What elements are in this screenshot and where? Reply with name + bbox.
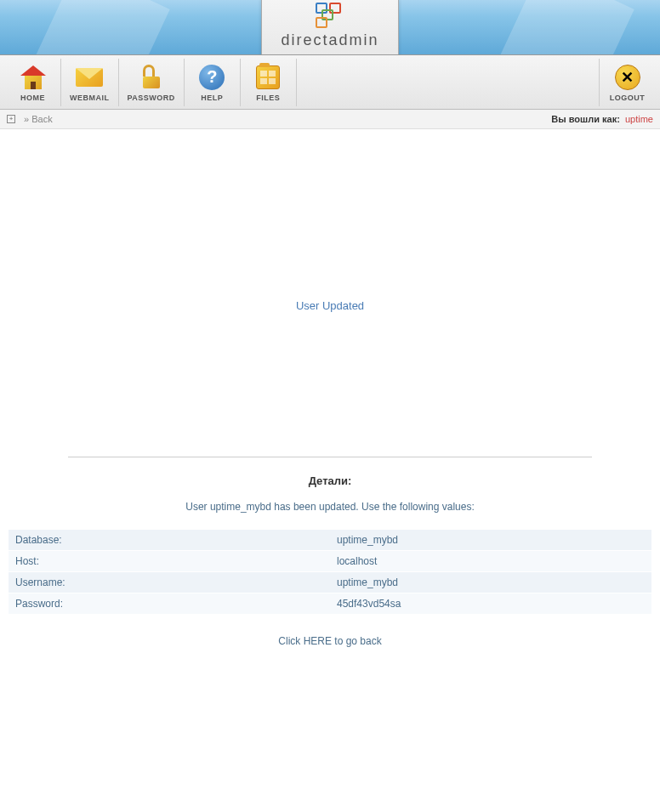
password-label: PASSWORD xyxy=(128,94,175,102)
row-value: uptime_mybd xyxy=(330,530,651,551)
goback-prefix: Click xyxy=(278,635,303,647)
logout-icon: ✕ xyxy=(613,63,642,92)
logo[interactable]: directadmin xyxy=(261,0,398,55)
files-button[interactable]: FILES xyxy=(241,59,297,106)
logo-icon xyxy=(316,3,344,28)
row-label: Database: xyxy=(9,530,330,551)
webmail-label: WEBMAIL xyxy=(70,94,110,102)
row-value: uptime_mybd xyxy=(330,572,651,593)
here-link[interactable]: HERE xyxy=(304,635,332,647)
row-value: localhost xyxy=(330,551,651,572)
details-title: Детали: xyxy=(9,474,651,487)
details-table: Database: uptime_mybd Host: localhost Us… xyxy=(9,530,651,615)
goback-text: Click HERE to go back xyxy=(9,615,651,667)
goback-suffix: to go back xyxy=(332,635,382,647)
help-label: HELP xyxy=(201,94,223,102)
help-button[interactable]: ? HELP xyxy=(185,59,241,106)
status-message: User Updated xyxy=(9,129,651,457)
row-label: Username: xyxy=(9,572,330,593)
divider xyxy=(68,457,592,457)
expand-icon[interactable]: + xyxy=(7,115,15,123)
table-row: Username: uptime_mybd xyxy=(9,572,651,593)
folder-icon xyxy=(253,63,282,92)
help-icon: ? xyxy=(197,63,226,92)
login-user-link[interactable]: uptime xyxy=(625,114,653,124)
files-label: FILES xyxy=(256,94,280,102)
logo-text: directadmin xyxy=(281,31,378,49)
back-link[interactable]: Back xyxy=(31,114,52,124)
table-row: Database: uptime_mybd xyxy=(9,530,651,551)
row-value: 45df43vd54sa xyxy=(330,593,651,615)
home-icon xyxy=(19,63,48,92)
details-message: User uptime_mybd has been updated. Use t… xyxy=(9,501,651,513)
password-button[interactable]: PASSWORD xyxy=(119,59,185,106)
table-row: Password: 45df43vd54sa xyxy=(9,593,651,615)
breadcrumb: + » Back Вы вошли как: uptime xyxy=(0,110,660,129)
lock-icon xyxy=(137,63,166,92)
row-label: Password: xyxy=(9,593,330,615)
logout-button[interactable]: ✕ LOGOUT xyxy=(599,59,655,106)
table-row: Host: localhost xyxy=(9,551,651,572)
home-label: HOME xyxy=(20,94,45,102)
login-prefix: Вы вошли как: xyxy=(551,114,620,124)
mail-icon xyxy=(75,63,104,92)
row-label: Host: xyxy=(9,551,330,572)
content: User Updated Детали: User uptime_mybd ha… xyxy=(0,129,660,809)
breadcrumb-sep: » xyxy=(24,114,31,124)
header: directadmin xyxy=(0,0,660,55)
home-button[interactable]: HOME xyxy=(5,59,61,106)
webmail-button[interactable]: WEBMAIL xyxy=(61,59,119,106)
login-info: Вы вошли как: uptime xyxy=(551,114,653,124)
logout-label: LOGOUT xyxy=(610,94,646,102)
toolbar: HOME WEBMAIL PASSWORD ? HELP FILES ✕ LOG… xyxy=(0,55,660,110)
